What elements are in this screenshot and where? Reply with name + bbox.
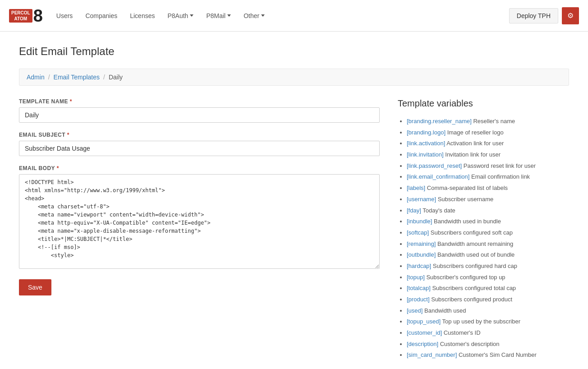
template-variables-title: Template variables [398, 98, 569, 109]
nav-p8auth-label: P8Auth [167, 12, 188, 19]
list-item: [link.password_reset] Password reset lin… [407, 161, 569, 172]
list-item: [totalcap] Subscribers configured total … [407, 283, 569, 294]
logo-atom: ATOM [11, 16, 30, 22]
list-item: [hardcap] Subscribers configured hard ca… [407, 261, 569, 272]
nav-p8auth-caret [190, 14, 193, 17]
navbar: PERCOL ATOM 8 Users Companies Licenses P… [0, 0, 588, 32]
email-body-textarea[interactable]: <!DOCTYPE html> <html xmlns="http://www.… [19, 174, 380, 269]
list-item: [inbundle] Bandwidth used in bundle [407, 216, 569, 227]
nav-other-label: Other [243, 12, 259, 19]
list-item: [labels] Comma-separated list of labels [407, 183, 569, 194]
logo-percol: PERCOL [11, 10, 30, 16]
breadcrumb-current: Daily [109, 74, 123, 81]
template-name-input[interactable] [19, 107, 380, 123]
logo-number: 8 [33, 7, 43, 24]
template-variables-list: [branding.reseller_name] Reseller's name… [398, 116, 569, 361]
list-item: [used] Bandwidth used [407, 305, 569, 317]
breadcrumb-admin[interactable]: Admin [27, 74, 45, 81]
nav-users[interactable]: Users [56, 12, 73, 19]
page-container: Edit Email Template Admin / Email Templa… [5, 32, 583, 369]
list-item: [branding.reseller_name] Reseller's name [407, 116, 569, 127]
page-title: Edit Email Template [19, 45, 569, 58]
email-subject-label: EMAIL SUBJECT * [19, 132, 380, 138]
nav-p8mail-label: P8Mail [206, 12, 225, 19]
list-item: [link.email_confirmation] Email confirma… [407, 171, 569, 183]
form-section: TEMPLATE NAME * EMAIL SUBJECT * EMAIL BO… [19, 98, 380, 361]
nav-p8auth[interactable]: P8Auth [167, 12, 193, 19]
nav-companies[interactable]: Companies [85, 12, 117, 19]
nav-p8mail[interactable]: P8Mail [206, 12, 231, 19]
email-subject-group: EMAIL SUBJECT * [19, 132, 380, 156]
logo-red-box: PERCOL ATOM [9, 9, 32, 23]
list-item: [remaining] Bandwidth amount remaining [407, 239, 569, 250]
email-body-group: EMAIL BODY * <!DOCTYPE html> <html xmlns… [19, 165, 380, 270]
template-name-label: TEMPLATE NAME * [19, 98, 380, 105]
nav-licenses[interactable]: Licenses [130, 12, 155, 19]
list-item: [link.invitation] Invitation link for us… [407, 149, 569, 161]
list-item: [sim_card_number] Customer's Sim Card Nu… [407, 350, 569, 361]
list-item: [branding.logo] Image of reseller logo [407, 127, 569, 138]
breadcrumb-sep-1: / [48, 74, 50, 81]
nav-other[interactable]: Other [243, 12, 265, 19]
brand-logo: PERCOL ATOM 8 [9, 7, 43, 24]
nav-links: Users Companies Licenses P8Auth P8Mail O… [56, 12, 509, 19]
email-subject-input[interactable] [19, 141, 380, 156]
navbar-right: Deploy TPH ⚙ [509, 7, 579, 24]
gear-button[interactable]: ⚙ [562, 7, 579, 24]
list-item: [outbundle] Bandwidth used out of bundle [407, 249, 569, 261]
template-variables-sidebar: Template variables [branding.reseller_na… [398, 98, 569, 361]
list-item: [username] Subscriber username [407, 194, 569, 205]
email-body-label: EMAIL BODY * [19, 165, 380, 171]
breadcrumb-sep-2: / [103, 74, 105, 81]
list-item: [link.activation] Activation link for us… [407, 138, 569, 149]
content-layout: TEMPLATE NAME * EMAIL SUBJECT * EMAIL BO… [19, 98, 569, 361]
list-item: [topup] Subscriber's configured top up [407, 272, 569, 283]
list-item: [softcap] Subscribers configured soft ca… [407, 227, 569, 239]
list-item: [customer_id] Customer's ID [407, 327, 569, 339]
list-item: [fday] Today's date [407, 205, 569, 217]
template-name-group: TEMPLATE NAME * [19, 98, 380, 123]
list-item: [topup_used] Top up used by the subscrib… [407, 316, 569, 327]
breadcrumb: Admin / Email Templates / Daily [19, 69, 569, 86]
gear-icon: ⚙ [567, 11, 574, 20]
nav-p8mail-caret [227, 14, 231, 17]
list-item: [description] Customer's description [407, 339, 569, 350]
deploy-button[interactable]: Deploy TPH [509, 8, 558, 23]
save-button[interactable]: Save [19, 279, 51, 295]
list-item: [product] Subscribers configured product [407, 294, 569, 305]
breadcrumb-email-templates[interactable]: Email Templates [54, 74, 100, 81]
nav-other-caret [261, 14, 265, 17]
